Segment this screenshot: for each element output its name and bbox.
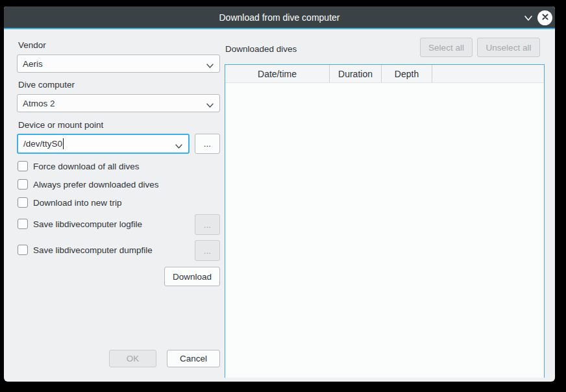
titlebar[interactable]: Download from dive computer bbox=[4, 6, 555, 29]
dumpfile-browse-button[interactable]: ... bbox=[195, 240, 220, 261]
dive-computer-label: Dive computer bbox=[18, 80, 75, 90]
device-label: Device or mount point bbox=[18, 120, 103, 130]
save-logfile-checkbox[interactable] bbox=[18, 219, 28, 229]
ok-button[interactable]: OK bbox=[109, 350, 156, 367]
force-download-option[interactable]: Force download of all dives bbox=[18, 161, 140, 171]
save-dumpfile-option[interactable]: Save libdivecomputer dumpfile bbox=[18, 245, 153, 255]
desktop-background: Download from dive computer Vendor Aeris… bbox=[0, 0, 566, 392]
save-logfile-option[interactable]: Save libdivecomputer logfile bbox=[18, 219, 142, 229]
checkbox-label: Always prefer downloaded dives bbox=[33, 180, 159, 190]
table-body-empty bbox=[225, 83, 544, 378]
dive-computer-value: Atmos 2 bbox=[23, 99, 55, 108]
new-trip-option[interactable]: Download into new trip bbox=[18, 197, 122, 208]
cancel-button[interactable]: Cancel bbox=[167, 350, 220, 367]
force-download-checkbox[interactable] bbox=[18, 161, 28, 171]
chevron-down-icon bbox=[206, 61, 214, 71]
prefer-downloaded-checkbox[interactable] bbox=[18, 179, 28, 190]
vendor-label: Vendor bbox=[18, 40, 46, 50]
text-cursor bbox=[63, 138, 64, 149]
vendor-value: Aeris bbox=[23, 59, 43, 69]
column-header-datetime[interactable]: Date/time bbox=[225, 65, 330, 82]
save-dumpfile-checkbox[interactable] bbox=[18, 245, 28, 255]
column-header-empty bbox=[432, 65, 544, 82]
unselect-all-button[interactable]: Unselect all bbox=[477, 38, 540, 57]
vendor-select[interactable]: Aeris bbox=[17, 55, 220, 73]
device-value: /dev/ttyS0 bbox=[23, 139, 62, 149]
downloaded-dives-heading: Downloaded dives bbox=[225, 44, 297, 54]
logfile-browse-button[interactable]: ... bbox=[195, 214, 220, 235]
chevron-down-icon bbox=[523, 14, 534, 24]
prefer-downloaded-option[interactable]: Always prefer downloaded dives bbox=[18, 179, 159, 190]
device-browse-button[interactable]: ... bbox=[195, 134, 220, 154]
checkbox-label: Download into new trip bbox=[33, 198, 122, 208]
device-input[interactable]: /dev/ttyS0 bbox=[17, 134, 190, 154]
shade-button[interactable] bbox=[521, 12, 536, 25]
window-title: Download from dive computer bbox=[4, 6, 555, 29]
downloaded-dives-table[interactable]: Date/time Duration Depth bbox=[225, 64, 545, 378]
checkbox-label: Save libdivecomputer dumpfile bbox=[33, 245, 153, 255]
column-header-duration[interactable]: Duration bbox=[330, 65, 382, 82]
checkbox-label: Save libdivecomputer logfile bbox=[33, 219, 142, 229]
chevron-down-icon bbox=[175, 141, 183, 151]
select-all-button[interactable]: Select all bbox=[420, 38, 473, 57]
download-button[interactable]: Download bbox=[164, 267, 220, 286]
checkbox-label: Force download of all dives bbox=[33, 162, 140, 171]
download-dialog-window: Download from dive computer Vendor Aeris… bbox=[4, 6, 555, 382]
new-trip-checkbox[interactable] bbox=[18, 197, 28, 208]
column-header-depth[interactable]: Depth bbox=[382, 65, 432, 82]
dive-computer-select[interactable]: Atmos 2 bbox=[17, 94, 220, 112]
table-header-row: Date/time Duration Depth bbox=[225, 65, 544, 83]
close-icon bbox=[541, 13, 549, 23]
close-button[interactable] bbox=[537, 10, 552, 25]
chevron-down-icon bbox=[206, 101, 214, 110]
